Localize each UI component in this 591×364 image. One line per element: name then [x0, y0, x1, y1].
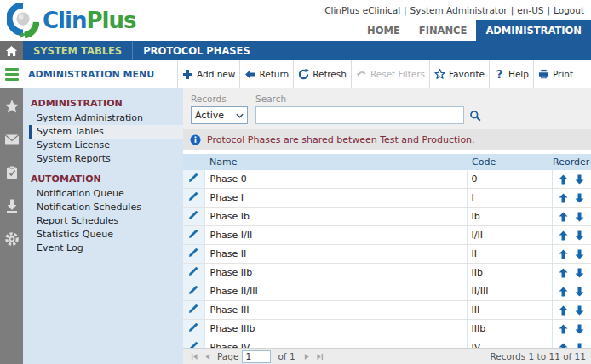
user-bar-link[interactable]: ClinPlus eClinical [324, 5, 400, 15]
phase-name-cell: Phase IIIb [204, 320, 467, 338]
up-arrow-icon[interactable] [559, 287, 568, 297]
table-row: Phase IIIb IIIb [183, 320, 591, 338]
down-arrow-icon[interactable] [575, 193, 584, 203]
sidebar-item[interactable]: System Administration [29, 111, 183, 125]
up-arrow-icon[interactable] [559, 174, 568, 185]
toolbar-button[interactable]: Reset Filters [351, 60, 429, 88]
column-header: Name [204, 154, 467, 170]
separator: | [548, 5, 551, 15]
gear-icon[interactable] [4, 231, 20, 247]
nav-tab[interactable]: FINANCE [410, 20, 477, 41]
clipboard-icon[interactable] [4, 165, 20, 180]
table-row: Phase III III [183, 301, 591, 320]
sidebar-section-automation: AUTOMATION Notification QueueNotificatio… [23, 170, 183, 255]
search-input[interactable] [255, 106, 464, 124]
down-arrow-icon[interactable] [575, 230, 584, 241]
reorder-cell [552, 189, 591, 208]
page-label: Page [217, 351, 238, 361]
records-filter-select[interactable]: Active [191, 106, 248, 124]
separator: | [404, 5, 407, 15]
table-header-row: NameCodeReorder [183, 154, 591, 170]
user-links-bar: ClinPlus eClinical|System Administrator|… [324, 5, 584, 15]
down-arrow-icon[interactable] [575, 174, 584, 185]
last-page-icon[interactable] [316, 353, 324, 361]
up-arrow-icon[interactable] [559, 268, 568, 278]
print-icon [538, 69, 549, 80]
search-icon[interactable] [469, 110, 481, 122]
edit-icon[interactable] [188, 285, 198, 295]
first-page-icon[interactable] [191, 353, 198, 361]
star-icon[interactable] [4, 99, 20, 114]
sidebar-item[interactable]: System Reports [29, 152, 183, 166]
nav-tab[interactable]: ADMINISTRATION [476, 20, 591, 41]
top-header: ClinPlus ClinPlus eClinical|System Admin… [0, 0, 591, 41]
phase-name-cell: Phase II [204, 245, 467, 264]
reorder-cell [552, 226, 591, 245]
table-row: Phase Ib Ib [183, 208, 591, 226]
sidebar-item[interactable]: System Tables [29, 125, 183, 139]
sidebar-item[interactable]: Notification Schedules [29, 201, 183, 214]
up-arrow-icon[interactable] [559, 212, 568, 222]
prev-page-icon[interactable] [204, 353, 211, 361]
toolbar-button[interactable]: Refresh [293, 60, 351, 88]
home-button[interactable] [0, 41, 23, 60]
toolbar-button[interactable]: Favorite [429, 60, 489, 88]
user-bar-link[interactable]: Logout [554, 5, 584, 15]
envelope-icon[interactable] [4, 132, 20, 147]
up-arrow-icon[interactable] [559, 324, 568, 334]
down-arrow-icon[interactable] [575, 287, 584, 297]
edit-icon[interactable] [188, 191, 198, 202]
user-bar-link[interactable]: en-US [517, 5, 543, 15]
sidebar-item[interactable]: System License [29, 139, 183, 152]
main-nav-tabs: HOMEFINANCEADMINISTRATION [358, 20, 591, 41]
admin-sidebar-menu: ADMINISTRATION System AdministrationSyst… [23, 88, 183, 364]
table-row: Phase I/II I/II [183, 226, 591, 245]
records-count-text: Records 1 to 11 of 11 [490, 351, 586, 361]
toolbar-button[interactable]: Add new [177, 60, 239, 88]
phase-code-cell: I/II [467, 226, 552, 245]
download-icon[interactable] [4, 198, 20, 213]
phase-code-cell: II [467, 245, 552, 264]
chevron-down-icon[interactable] [232, 107, 247, 123]
sidebar-item[interactable]: Report Schedules [29, 214, 183, 228]
down-arrow-icon[interactable] [575, 268, 584, 278]
breadcrumb-section[interactable]: SYSTEM TABLES [23, 41, 132, 60]
nav-tab[interactable]: HOME [358, 20, 410, 41]
page-number-input[interactable] [242, 350, 271, 363]
edit-icon[interactable] [188, 304, 198, 314]
down-arrow-icon[interactable] [575, 249, 584, 259]
quick-icon-strip [0, 88, 23, 364]
edit-icon[interactable] [188, 229, 198, 239]
add-icon [182, 69, 193, 80]
toolbar-button[interactable]: Print [533, 60, 577, 88]
reorder-cell [552, 170, 591, 189]
info-icon [190, 134, 201, 145]
up-arrow-icon[interactable] [559, 305, 568, 316]
toolbar-button[interactable]: ? Help [489, 60, 533, 88]
reorder-cell [552, 320, 591, 338]
menu-toggle-button[interactable] [0, 60, 23, 88]
toolbar-button[interactable]: Return [239, 60, 293, 88]
sidebar-item[interactable]: Event Log [29, 242, 183, 255]
edit-icon[interactable] [188, 173, 198, 183]
next-page-icon[interactable] [303, 353, 311, 361]
up-arrow-icon[interactable] [559, 230, 568, 241]
toolbar-row: ADMINISTRATION MENU Add new Return Refre… [0, 60, 591, 88]
edit-icon[interactable] [188, 322, 198, 333]
edit-icon[interactable] [188, 247, 198, 258]
records-filter-value: Active [192, 107, 232, 123]
sidebar-item[interactable]: Notification Queue [29, 187, 183, 201]
user-bar-link[interactable]: System Administrator [410, 5, 508, 15]
sidebar-section-title: ADMINISTRATION [23, 94, 183, 111]
edit-icon[interactable] [188, 210, 198, 220]
up-arrow-icon[interactable] [559, 249, 568, 259]
records-filter-label: Records [191, 94, 255, 104]
down-arrow-icon[interactable] [575, 305, 584, 316]
edit-icon[interactable] [188, 266, 198, 276]
phase-name-cell: Phase IIb [204, 264, 467, 282]
up-arrow-icon[interactable] [559, 193, 568, 203]
sidebar-section-title: AUTOMATION [23, 170, 183, 187]
down-arrow-icon[interactable] [575, 212, 584, 222]
sidebar-item[interactable]: Statistics Queue [29, 228, 183, 242]
down-arrow-icon[interactable] [575, 324, 584, 334]
